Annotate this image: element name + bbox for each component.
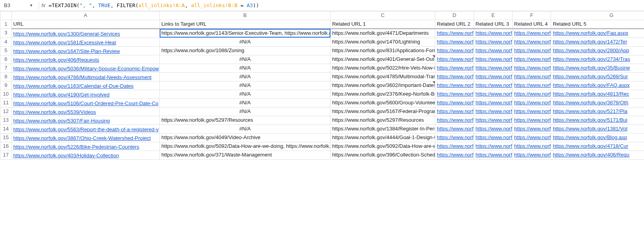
cell-B1[interactable]: Links to Target URL — [160, 20, 330, 29]
cell-G4[interactable]: https://www.norfolk.gov/1472/Ter — [551, 38, 644, 46]
cell-C13[interactable]: https://www.norfolk.gov/5297/Resources — [330, 116, 435, 124]
cell-D4[interactable]: https://www.norf — [435, 38, 474, 46]
url-link[interactable]: https://www.norfolk.gov/4718/Cur — [553, 143, 628, 149]
cell-G1[interactable]: Related URL 5 — [551, 20, 644, 29]
url-link[interactable]: https://www.norfolk.gov/1300/General-Ser… — [13, 31, 120, 37]
url-link[interactable]: https://www.norf — [476, 91, 512, 97]
cell-D1[interactable]: Related URL 2 — [435, 20, 474, 29]
url-link[interactable]: https://www.norfolk.gov/2734/Tras — [553, 56, 630, 62]
cell-E10[interactable]: https://www.norf — [474, 90, 512, 98]
url-link[interactable]: https://www.norf — [476, 143, 512, 149]
cell-A7[interactable]: https://www.norfolk.gov/5036/Military-Sp… — [11, 64, 160, 72]
cell-F6[interactable]: https://www.norf — [512, 55, 551, 64]
cell-B16[interactable]: https://www.norfolk.gov/5092/Data-How-ar… — [160, 142, 330, 151]
url-link[interactable]: https://www.norfolk.gov/5036/Military-Sp… — [13, 66, 159, 72]
cell-D15[interactable]: https://www.norf — [435, 133, 474, 142]
url-link[interactable]: https://www.norf — [514, 74, 551, 79]
cell-D17[interactable]: https://www.norf — [435, 151, 474, 159]
row-header-13[interactable]: 13 — [0, 116, 12, 124]
url-link[interactable]: https://www.norf — [437, 30, 473, 36]
cell-E15[interactable]: https://www.norf — [474, 133, 512, 142]
cell-G7[interactable]: https://www.norfolk.gov/35/Busine — [551, 64, 644, 72]
cell-G11[interactable]: https://www.norfolk.gov/3879/Oth — [551, 98, 644, 107]
cell-E13[interactable]: https://www.norf — [474, 116, 512, 124]
fill-handle[interactable] — [329, 36, 330, 38]
cell-A1[interactable]: URL — [11, 20, 160, 29]
cell-D5[interactable]: https://www.norf — [435, 46, 474, 55]
cell-A5[interactable]: https://www.norfolk.gov/1647/Site-Plan-R… — [11, 46, 160, 55]
cell-F8[interactable]: https://www.norf — [512, 72, 551, 81]
cell-E17[interactable]: https://www.norf — [474, 151, 512, 159]
cell-A15[interactable]: https://www.norfolk.gov/3867/Ohio-Creek-… — [11, 133, 160, 142]
url-link[interactable]: https://www.norf — [514, 30, 551, 36]
cell-C17[interactable]: https://www.norfolk.gov/396/Collection-S… — [330, 151, 435, 159]
cell-B12[interactable]: #N/A — [160, 107, 330, 116]
url-link[interactable]: https://www.norfolk.gov/5307/Fair-Housin… — [13, 118, 110, 124]
cell-C3[interactable]: https://www.norfolk.gov/4471/Departments — [330, 29, 435, 38]
cell-B13[interactable]: https://www.norfolk.gov/5297/Resources — [160, 116, 330, 124]
cell-A17[interactable]: https://www.norfolk.gov/403/Holiday-Coll… — [11, 151, 160, 159]
url-link[interactable]: https://www.norf — [437, 74, 473, 79]
row-header-3[interactable]: 3 — [0, 29, 12, 38]
cell-G8[interactable]: https://www.norfolk.gov/5269/Sur — [551, 72, 644, 81]
cell-E9[interactable]: https://www.norf — [474, 81, 512, 90]
cell-D8[interactable]: https://www.norf — [435, 72, 474, 81]
url-link[interactable]: https://www.norf — [514, 134, 551, 140]
col-header-D[interactable]: D — [435, 11, 474, 20]
url-link[interactable]: https://www.norf — [437, 39, 473, 45]
row-header-11[interactable]: 11 — [0, 98, 12, 107]
cell-F4[interactable]: https://www.norf — [512, 38, 551, 46]
cell-A11[interactable]: https://www.norfolk.gov/5106/Court-Order… — [11, 98, 160, 107]
cell-F14[interactable]: https://www.norf — [512, 124, 551, 133]
cell-C10[interactable]: https://www.norfolk.gov/2376/Keep-Norfol… — [330, 90, 435, 98]
url-link[interactable]: https://www.norfolk.gov/2800/App — [553, 47, 629, 53]
col-header-A[interactable]: A — [11, 11, 160, 20]
col-header-G[interactable]: G — [551, 11, 644, 20]
url-link[interactable]: https://www.norfolk.gov/5226/Bike-Pedest… — [13, 144, 140, 150]
cell-F9[interactable]: https://www.norf — [512, 81, 551, 90]
url-link[interactable]: https://www.norf — [514, 56, 551, 62]
cell-B5[interactable]: https://www.norfolk.gov/1088/Zoning — [160, 46, 330, 55]
cell-G16[interactable]: https://www.norfolk.gov/4718/Cur — [551, 142, 644, 151]
url-link[interactable]: https://www.norf — [514, 117, 551, 123]
url-link[interactable]: https://www.norfolk.gov/35/Busine — [553, 65, 630, 71]
cell-F11[interactable]: https://www.norf — [512, 98, 551, 107]
cell-F1[interactable]: Related URL 4 — [512, 20, 551, 29]
cell-E5[interactable]: https://www.norf — [474, 46, 512, 55]
url-link[interactable]: https://www.norf — [476, 108, 512, 114]
cell-G14[interactable]: https://www.norfolk.gov/1381/Vot — [551, 124, 644, 133]
url-link[interactable]: https://www.norf — [437, 134, 473, 140]
cell-C12[interactable]: https://www.norfolk.gov/5167/Federal-Pro… — [330, 107, 435, 116]
cell-C16[interactable]: https://www.norfolk.gov/5092/Data-How-ar… — [330, 142, 435, 151]
url-link[interactable]: https://www.norfolk.gov/1581/Excessive-H… — [13, 40, 116, 45]
url-link[interactable]: https://www.norfolk.gov/5539/Videos — [13, 109, 96, 115]
url-link[interactable]: https://www.norf — [437, 91, 473, 97]
row-header-16[interactable]: 16 — [0, 142, 12, 151]
url-link[interactable]: https://www.norf — [476, 82, 512, 88]
row-header-17[interactable]: 17 — [0, 151, 12, 159]
cell-B14[interactable]: #N/A — [160, 124, 330, 133]
cell-G15[interactable]: https://www.norfolk.gov/Blog.asp — [551, 133, 644, 142]
url-link[interactable]: https://www.norf — [476, 56, 512, 62]
cell-E4[interactable]: https://www.norf — [474, 38, 512, 46]
cell-A9[interactable]: https://www.norfolk.gov/1163/Calendar-of… — [11, 81, 160, 90]
cell-G9[interactable]: https://www.norfolk.gov/FAQ.aspx — [551, 81, 644, 90]
url-link[interactable]: https://www.norfolk.gov/1647/Site-Plan-R… — [13, 48, 120, 54]
cell-E7[interactable]: https://www.norf — [474, 64, 512, 72]
url-link[interactable]: https://www.norf — [437, 152, 473, 158]
url-link[interactable]: https://www.norf — [437, 56, 473, 62]
cell-F7[interactable]: https://www.norf — [512, 64, 551, 72]
cell-C11[interactable]: https://www.norfolk.gov/5600/Group-Volun… — [330, 98, 435, 107]
cell-F5[interactable]: https://www.norf — [512, 46, 551, 55]
cell-G6[interactable]: https://www.norfolk.gov/2734/Tras — [551, 55, 644, 64]
url-link[interactable]: https://www.norf — [437, 117, 473, 123]
cell-C9[interactable]: https://www.norfolk.gov/3602/Important-D… — [330, 81, 435, 90]
cell-C14[interactable]: https://www.norfolk.gov/1384/Register-In… — [330, 124, 435, 133]
cell-B7[interactable]: #N/A — [160, 64, 330, 72]
url-link[interactable]: https://www.norf — [437, 143, 473, 149]
cell-G10[interactable]: https://www.norfolk.gov/4813/Rec — [551, 90, 644, 98]
url-link[interactable]: https://www.norf — [514, 152, 551, 158]
cell-D14[interactable]: https://www.norf — [435, 124, 474, 133]
url-link[interactable]: https://www.norfolk.gov/1472/Ter — [553, 39, 627, 45]
cell-E16[interactable]: https://www.norf — [474, 142, 512, 151]
